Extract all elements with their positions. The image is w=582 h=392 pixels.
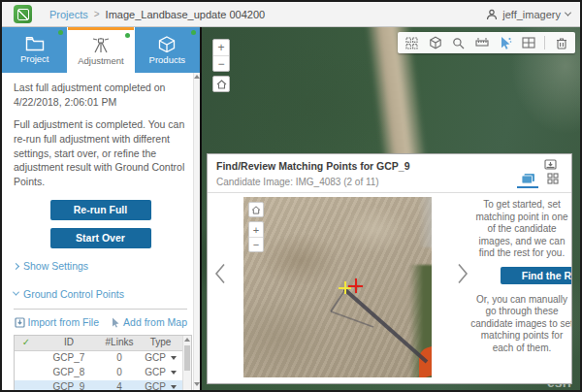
gcp-links: 0 bbox=[100, 366, 139, 379]
candidate-image-label: Candidate Image: IMG_4083 (2 of 11) bbox=[216, 177, 379, 187]
gcp-actions-row: Import from File Add from Map bbox=[14, 315, 187, 330]
map-zoom-control: + − bbox=[212, 39, 230, 72]
layers-hexagon-icon[interactable] bbox=[428, 36, 442, 50]
map-toolbar bbox=[398, 32, 575, 53]
viewer-zoom-control: + − bbox=[248, 221, 264, 252]
tab-project[interactable]: Project bbox=[2, 27, 67, 73]
tripod-adjustment-icon bbox=[91, 37, 111, 53]
divider bbox=[208, 192, 571, 193]
import-file-icon bbox=[15, 317, 25, 328]
gcp-projected-marker[interactable] bbox=[348, 278, 363, 293]
home-icon bbox=[251, 206, 261, 214]
table-row[interactable]: GCP_8 0 GCP bbox=[15, 366, 182, 380]
left-panel: Project Adjustment Products Last full ad… bbox=[2, 27, 200, 390]
gcp-links: 4 bbox=[100, 380, 139, 390]
home-icon bbox=[216, 80, 227, 89]
table-row-selected[interactable]: GCP_9 4 GCP bbox=[15, 380, 182, 390]
toolbar-divider bbox=[544, 36, 545, 49]
chevron-down-icon bbox=[13, 289, 19, 296]
user-menu[interactable]: jeff_imagery bbox=[486, 9, 570, 20]
adjustment-panel-body: Last full adjustment completed on 4/22/2… bbox=[2, 73, 193, 390]
tab-label: Adjustment bbox=[78, 55, 124, 66]
project-title: Image_Landbase_update 004200 bbox=[106, 9, 266, 20]
tab-label: Products bbox=[149, 54, 186, 65]
single-image-view-button[interactable] bbox=[517, 170, 538, 188]
gcp-section-toggle[interactable]: Ground Control Points bbox=[14, 287, 187, 302]
divider bbox=[14, 309, 187, 310]
user-name: jeff_imagery bbox=[502, 9, 561, 20]
chevron-down-icon bbox=[565, 10, 571, 16]
import-from-file-link[interactable]: Import from File bbox=[15, 315, 100, 330]
add-from-map-link[interactable]: Add from Map bbox=[111, 315, 187, 330]
next-candidate-button[interactable] bbox=[457, 263, 469, 286]
tab-products[interactable]: Products bbox=[135, 27, 200, 73]
gcp-type: GCP bbox=[145, 351, 166, 365]
panel-scrollbar[interactable] bbox=[193, 73, 200, 390]
chevron-right-icon bbox=[13, 263, 19, 270]
map-cursor-icon bbox=[111, 317, 120, 328]
select-gcp-cursor-icon[interactable] bbox=[498, 36, 512, 50]
delete-trash-icon[interactable] bbox=[554, 36, 568, 50]
type-dropdown-icon[interactable] bbox=[171, 356, 177, 360]
find-the-rest-button[interactable]: Find the Rest bbox=[501, 267, 572, 284]
instructions-column: To get started, set matching point in on… bbox=[470, 199, 572, 354]
gcp-table-header: ✓ ID #Links Type bbox=[15, 336, 182, 351]
viewer-zoom-in-button[interactable]: + bbox=[249, 222, 263, 237]
breadcrumb-separator: > bbox=[94, 9, 100, 19]
scroll-thumb[interactable] bbox=[184, 345, 190, 371]
start-over-button[interactable]: Start Over bbox=[50, 228, 151, 248]
col-type: Type bbox=[139, 336, 182, 349]
col-id: ID bbox=[38, 336, 100, 349]
viewer-zoom-out-button[interactable]: − bbox=[249, 237, 263, 251]
rerun-full-button[interactable]: Re-run Full bbox=[50, 200, 151, 220]
image-extent-icon[interactable] bbox=[521, 36, 535, 50]
last-adjustment-status: Last full adjustment completed on 4/22/2… bbox=[14, 81, 187, 109]
status-dot bbox=[191, 30, 196, 35]
user-icon bbox=[486, 9, 498, 20]
folder-icon bbox=[25, 36, 45, 51]
candidate-image-viewer[interactable]: + − bbox=[243, 197, 432, 377]
gcp-table: ✓ ID #Links Type GCP_7 0 GCP GCP_8 bbox=[14, 335, 192, 390]
show-settings-label: Show Settings bbox=[23, 259, 88, 274]
previous-candidate-button[interactable] bbox=[214, 263, 226, 286]
status-dot bbox=[58, 30, 63, 35]
table-scrollbar[interactable] bbox=[182, 336, 191, 390]
gcp-id: GCP_7 bbox=[38, 351, 100, 365]
add-from-map-label: Add from Map bbox=[123, 315, 187, 330]
instruction-primary: To get started, set matching point in on… bbox=[470, 199, 572, 260]
measure-icon[interactable] bbox=[474, 36, 489, 50]
import-from-file-label: Import from File bbox=[28, 315, 100, 330]
zoom-out-button[interactable]: − bbox=[213, 55, 229, 71]
home-extent-button[interactable] bbox=[212, 76, 230, 92]
cube-icon bbox=[158, 36, 176, 52]
show-settings-toggle[interactable]: Show Settings bbox=[14, 259, 187, 274]
candidate-images-grid-icon[interactable] bbox=[404, 36, 419, 50]
check-icon: ✓ bbox=[15, 336, 38, 349]
map-view[interactable]: esri + − bbox=[200, 27, 580, 390]
table-row[interactable]: GCP_7 0 GCP bbox=[15, 351, 182, 366]
matching-points-panel: Find/Review Matching Points for GCP_9 Ca… bbox=[207, 153, 572, 384]
panel-title: Find/Review Matching Points for GCP_9 bbox=[216, 160, 410, 172]
pole-shadow bbox=[243, 197, 432, 377]
top-bar: Projects > Image_Landbase_update 004200 … bbox=[2, 2, 580, 27]
viewer-home-button[interactable] bbox=[248, 202, 264, 217]
tab-adjustment[interactable]: Adjustment bbox=[68, 27, 133, 73]
tab-bar: Project Adjustment Products bbox=[2, 27, 200, 73]
search-icon[interactable] bbox=[451, 36, 466, 50]
gcp-type: GCP bbox=[145, 366, 166, 379]
type-dropdown-icon[interactable] bbox=[171, 385, 177, 389]
view-toggle-group bbox=[517, 170, 564, 188]
tab-label: Project bbox=[20, 53, 49, 64]
breadcrumb-projects-link[interactable]: Projects bbox=[49, 9, 88, 20]
instruction-secondary: Or, you can manually go through these ca… bbox=[470, 294, 572, 355]
gcp-type: GCP bbox=[145, 380, 166, 390]
gcp-section-label: Ground Control Points bbox=[23, 287, 124, 302]
status-dot bbox=[125, 33, 130, 38]
scroll-up-icon[interactable] bbox=[184, 338, 190, 342]
col-links: #Links bbox=[100, 336, 139, 349]
grid-view-button[interactable] bbox=[542, 170, 564, 188]
zoom-in-button[interactable]: + bbox=[213, 40, 229, 55]
drone2map-app: Projects > Image_Landbase_update 004200 … bbox=[0, 0, 582, 392]
adjustment-description: Full adjustment is completed. You can re… bbox=[14, 117, 187, 188]
type-dropdown-icon[interactable] bbox=[171, 371, 177, 375]
